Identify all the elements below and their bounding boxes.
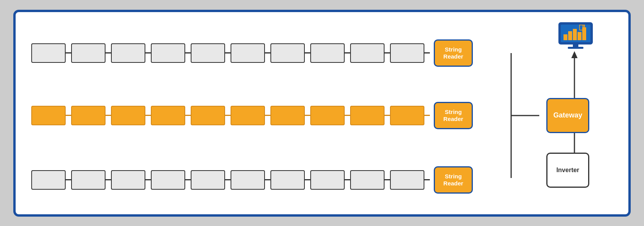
panel-3-8 xyxy=(310,170,345,190)
connector-1-6 xyxy=(265,52,270,53)
connector-1-4 xyxy=(185,52,191,53)
panel-3-2 xyxy=(71,170,106,190)
connector-1-8 xyxy=(345,52,350,53)
panel-1-3 xyxy=(111,43,145,63)
panel-3-5 xyxy=(191,170,225,190)
panel-2-4 xyxy=(151,106,185,125)
connector-2-7 xyxy=(305,115,310,116)
connector-1-5 xyxy=(225,52,231,53)
svg-rect-11 xyxy=(582,27,586,40)
panel-1-4 xyxy=(151,43,185,63)
connector-2-4 xyxy=(185,115,191,116)
panel-2-5 xyxy=(191,106,225,125)
panel-3-10 xyxy=(390,170,424,190)
gateway-label: Gateway xyxy=(553,111,582,119)
panel-1-2 xyxy=(71,43,106,63)
connector-3-9 xyxy=(385,179,390,180)
inverter-box: Inverter xyxy=(546,153,589,188)
connector-2-sr xyxy=(424,115,430,116)
panel-3-3 xyxy=(111,170,145,190)
connector-1-9 xyxy=(385,52,390,53)
panel-2-2 xyxy=(71,106,106,125)
connector-2-6 xyxy=(265,115,270,116)
panel-1-6 xyxy=(231,43,265,63)
connector-1-2 xyxy=(106,52,111,53)
connector-3-2 xyxy=(106,179,111,180)
panel-2-3 xyxy=(111,106,145,125)
connector-3-sr xyxy=(424,179,430,180)
connector-3-6 xyxy=(265,179,270,180)
panel-3-9 xyxy=(350,170,385,190)
connector-1-1 xyxy=(66,52,71,53)
string-reader-1: StringReader xyxy=(434,39,473,67)
panel-1-8 xyxy=(310,43,345,63)
panel-2-10 xyxy=(390,106,424,125)
connector-1-sr xyxy=(424,52,430,53)
connector-3-5 xyxy=(225,179,231,180)
svg-rect-8 xyxy=(568,31,572,40)
panel-3-6 xyxy=(231,170,265,190)
string-reader-3: StringReader xyxy=(434,166,473,194)
panel-3-7 xyxy=(270,170,305,190)
connector-2-2 xyxy=(106,115,111,116)
panel-2-9 xyxy=(350,106,385,125)
connector-2-8 xyxy=(345,115,350,116)
svg-rect-7 xyxy=(564,34,567,40)
panel-3-4 xyxy=(151,170,185,190)
gateway-box: Gateway xyxy=(546,98,589,133)
connector-3-3 xyxy=(145,179,151,180)
panel-row-2: StringReader xyxy=(31,102,473,129)
svg-rect-9 xyxy=(573,29,577,40)
diagram-frame: StringReader StringReader xyxy=(13,10,631,217)
connector-2-3 xyxy=(145,115,151,116)
panel-2-6 xyxy=(231,106,265,125)
connector-2-5 xyxy=(225,115,231,116)
svg-rect-13 xyxy=(582,25,585,27)
panel-row-3: StringReader xyxy=(31,166,473,194)
monitor-icon xyxy=(558,22,593,53)
panel-1-5 xyxy=(191,43,225,63)
connector-3-1 xyxy=(66,179,71,180)
inverter-label: Inverter xyxy=(556,167,580,174)
panel-row-1: StringReader xyxy=(31,39,473,67)
panel-1-7 xyxy=(270,43,305,63)
panel-1-10 xyxy=(390,43,424,63)
panel-2-8 xyxy=(310,106,345,125)
connector-1-3 xyxy=(145,52,151,53)
panel-2-7 xyxy=(270,106,305,125)
connector-3-7 xyxy=(305,179,310,180)
connector-2-1 xyxy=(66,115,71,116)
panel-1-1 xyxy=(31,43,66,63)
string-reader-2: StringReader xyxy=(434,102,473,129)
connector-3-8 xyxy=(345,179,350,180)
panel-3-1 xyxy=(31,170,66,190)
svg-rect-14 xyxy=(573,44,578,47)
panel-1-9 xyxy=(350,43,385,63)
panel-2-1 xyxy=(31,106,66,125)
connector-2-9 xyxy=(385,115,390,116)
connector-1-7 xyxy=(305,52,310,53)
connector-3-4 xyxy=(185,179,191,180)
svg-rect-10 xyxy=(578,32,581,40)
svg-rect-15 xyxy=(568,47,583,49)
